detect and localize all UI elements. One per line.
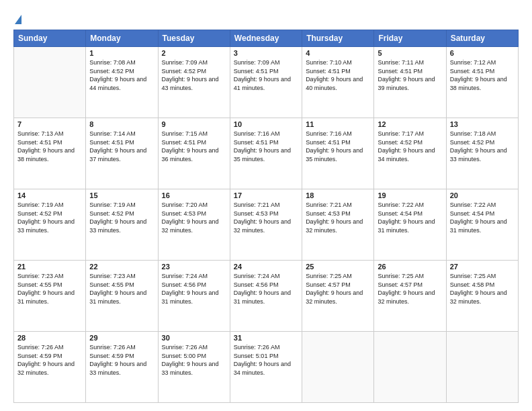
day-number: 2 (162, 49, 226, 57)
day-info: Sunrise: 7:25 AMSunset: 4:57 PMDaylight:… (306, 272, 370, 306)
day-info: Sunrise: 7:24 AMSunset: 4:56 PMDaylight:… (234, 272, 298, 306)
calendar-table: SundayMondayTuesdayWednesdayThursdayFrid… (13, 30, 519, 403)
header (13, 11, 519, 24)
day-number: 22 (89, 263, 154, 271)
day-info: Sunrise: 7:24 AMSunset: 4:56 PMDaylight:… (162, 272, 226, 306)
calendar-cell: 29Sunrise: 7:26 AMSunset: 4:59 PMDayligh… (86, 332, 158, 403)
day-number: 8 (89, 120, 154, 128)
logo-triangle-icon (15, 15, 21, 24)
calendar-cell (374, 332, 446, 403)
day-info: Sunrise: 7:12 AMSunset: 4:51 PMDaylight:… (450, 58, 515, 92)
calendar-cell: 24Sunrise: 7:24 AMSunset: 4:56 PMDayligh… (230, 261, 302, 332)
calendar-cell: 26Sunrise: 7:25 AMSunset: 4:57 PMDayligh… (374, 261, 446, 332)
calendar-cell (14, 47, 86, 118)
day-number: 24 (234, 263, 298, 271)
day-number: 4 (306, 49, 370, 57)
logo-text (13, 13, 21, 24)
calendar-cell: 25Sunrise: 7:25 AMSunset: 4:57 PMDayligh… (302, 261, 374, 332)
calendar-cell (446, 332, 518, 403)
day-info: Sunrise: 7:16 AMSunset: 4:51 PMDaylight:… (234, 130, 298, 163)
day-number: 30 (162, 334, 226, 342)
day-of-week-header: Thursday (302, 30, 374, 47)
day-number: 18 (306, 191, 370, 199)
day-number: 3 (234, 49, 298, 57)
day-number: 20 (450, 191, 515, 199)
day-info: Sunrise: 7:13 AMSunset: 4:51 PMDaylight:… (17, 130, 82, 163)
calendar-cell: 8Sunrise: 7:14 AMSunset: 4:51 PMDaylight… (86, 118, 158, 189)
day-info: Sunrise: 7:09 AMSunset: 4:51 PMDaylight:… (234, 58, 298, 92)
day-info: Sunrise: 7:22 AMSunset: 4:54 PMDaylight:… (378, 201, 442, 234)
calendar-cell: 7Sunrise: 7:13 AMSunset: 4:51 PMDaylight… (14, 118, 86, 189)
day-info: Sunrise: 7:20 AMSunset: 4:53 PMDaylight:… (162, 201, 226, 234)
day-info: Sunrise: 7:26 AMSunset: 4:59 PMDaylight:… (17, 343, 82, 377)
day-info: Sunrise: 7:11 AMSunset: 4:51 PMDaylight:… (378, 58, 442, 92)
calendar-cell: 14Sunrise: 7:19 AMSunset: 4:52 PMDayligh… (14, 189, 86, 261)
day-number: 12 (378, 120, 442, 128)
calendar-cell: 16Sunrise: 7:20 AMSunset: 4:53 PMDayligh… (158, 189, 230, 261)
day-number: 13 (450, 120, 515, 128)
calendar-week-row: 28Sunrise: 7:26 AMSunset: 4:59 PMDayligh… (14, 332, 519, 403)
day-info: Sunrise: 7:08 AMSunset: 4:52 PMDaylight:… (89, 58, 154, 92)
logo (13, 13, 21, 24)
day-number: 28 (17, 334, 82, 342)
calendar-week-row: 21Sunrise: 7:23 AMSunset: 4:55 PMDayligh… (14, 261, 519, 332)
calendar-week-row: 1Sunrise: 7:08 AMSunset: 4:52 PMDaylight… (14, 47, 519, 118)
day-info: Sunrise: 7:14 AMSunset: 4:51 PMDaylight:… (89, 130, 154, 163)
calendar-week-row: 7Sunrise: 7:13 AMSunset: 4:51 PMDaylight… (14, 118, 519, 189)
calendar-cell: 20Sunrise: 7:22 AMSunset: 4:54 PMDayligh… (446, 189, 518, 261)
day-info: Sunrise: 7:09 AMSunset: 4:52 PMDaylight:… (162, 58, 226, 92)
day-number: 23 (162, 263, 226, 271)
day-info: Sunrise: 7:26 AMSunset: 4:59 PMDaylight:… (89, 343, 154, 377)
calendar-cell: 22Sunrise: 7:23 AMSunset: 4:55 PMDayligh… (86, 261, 158, 332)
day-number: 1 (89, 49, 154, 57)
calendar-cell: 1Sunrise: 7:08 AMSunset: 4:52 PMDaylight… (86, 47, 158, 118)
calendar-cell: 11Sunrise: 7:16 AMSunset: 4:51 PMDayligh… (302, 118, 374, 189)
calendar-cell: 31Sunrise: 7:26 AMSunset: 5:01 PMDayligh… (230, 332, 302, 403)
calendar-cell: 6Sunrise: 7:12 AMSunset: 4:51 PMDaylight… (446, 47, 518, 118)
calendar-cell: 27Sunrise: 7:25 AMSunset: 4:58 PMDayligh… (446, 261, 518, 332)
day-number: 9 (162, 120, 226, 128)
calendar-cell: 18Sunrise: 7:21 AMSunset: 4:53 PMDayligh… (302, 189, 374, 261)
calendar-cell: 5Sunrise: 7:11 AMSunset: 4:51 PMDaylight… (374, 47, 446, 118)
day-info: Sunrise: 7:18 AMSunset: 4:52 PMDaylight:… (450, 130, 515, 163)
day-info: Sunrise: 7:23 AMSunset: 4:55 PMDaylight:… (17, 272, 82, 306)
day-number: 5 (378, 49, 442, 57)
calendar-cell: 9Sunrise: 7:15 AMSunset: 4:51 PMDaylight… (158, 118, 230, 189)
day-of-week-header: Sunday (14, 30, 86, 47)
calendar-cell: 30Sunrise: 7:26 AMSunset: 5:00 PMDayligh… (158, 332, 230, 403)
day-info: Sunrise: 7:19 AMSunset: 4:52 PMDaylight:… (17, 201, 82, 234)
calendar-cell: 2Sunrise: 7:09 AMSunset: 4:52 PMDaylight… (158, 47, 230, 118)
day-of-week-header: Tuesday (158, 30, 230, 47)
day-info: Sunrise: 7:16 AMSunset: 4:51 PMDaylight:… (306, 130, 370, 163)
day-number: 15 (89, 191, 154, 199)
calendar-cell: 15Sunrise: 7:19 AMSunset: 4:52 PMDayligh… (86, 189, 158, 261)
day-number: 16 (162, 191, 226, 199)
day-info: Sunrise: 7:19 AMSunset: 4:52 PMDaylight:… (89, 201, 154, 234)
day-number: 29 (89, 334, 154, 342)
day-info: Sunrise: 7:26 AMSunset: 5:01 PMDaylight:… (234, 343, 298, 377)
day-number: 6 (450, 49, 515, 57)
day-info: Sunrise: 7:25 AMSunset: 4:57 PMDaylight:… (378, 272, 442, 306)
calendar-cell: 4Sunrise: 7:10 AMSunset: 4:51 PMDaylight… (302, 47, 374, 118)
day-number: 26 (378, 263, 442, 271)
day-number: 17 (234, 191, 298, 199)
calendar-cell: 10Sunrise: 7:16 AMSunset: 4:51 PMDayligh… (230, 118, 302, 189)
calendar-week-row: 14Sunrise: 7:19 AMSunset: 4:52 PMDayligh… (14, 189, 519, 261)
calendar-cell: 19Sunrise: 7:22 AMSunset: 4:54 PMDayligh… (374, 189, 446, 261)
day-of-week-header: Monday (86, 30, 158, 47)
calendar-cell: 17Sunrise: 7:21 AMSunset: 4:53 PMDayligh… (230, 189, 302, 261)
day-number: 21 (17, 263, 82, 271)
calendar-cell: 13Sunrise: 7:18 AMSunset: 4:52 PMDayligh… (446, 118, 518, 189)
day-number: 19 (378, 191, 442, 199)
page: SundayMondayTuesdayWednesdayThursdayFrid… (0, 0, 532, 411)
day-info: Sunrise: 7:21 AMSunset: 4:53 PMDaylight:… (306, 201, 370, 234)
day-of-week-header: Friday (374, 30, 446, 47)
calendar-cell: 21Sunrise: 7:23 AMSunset: 4:55 PMDayligh… (14, 261, 86, 332)
day-number: 14 (17, 191, 82, 199)
day-number: 27 (450, 263, 515, 271)
day-info: Sunrise: 7:25 AMSunset: 4:58 PMDaylight:… (450, 272, 515, 306)
day-number: 10 (234, 120, 298, 128)
day-info: Sunrise: 7:17 AMSunset: 4:52 PMDaylight:… (378, 130, 442, 163)
day-number: 25 (306, 263, 370, 271)
day-number: 7 (17, 120, 82, 128)
